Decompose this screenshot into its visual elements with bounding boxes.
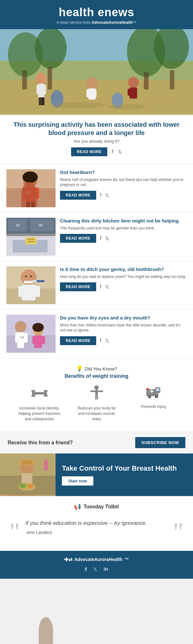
person-exercise-icon [90, 385, 104, 402]
breast-health-content: Take Control of Your Breast Health Start… [56, 454, 193, 496]
dyk-header: 💡 Did You Know? [6, 365, 187, 372]
svg-point-39 [25, 190, 31, 195]
subscribe-text: Receive this from a friend? [8, 440, 73, 446]
heartburn-svg [6, 169, 56, 207]
article-actions-toothbrush: READ MORE f 𝕏 [60, 282, 187, 291]
svg-rect-10 [170, 70, 174, 89]
svg-rect-86 [97, 396, 98, 400]
toothbrush-facebook-icon[interactable]: f [100, 284, 101, 290]
dyk-item-2: Prevents injury [131, 385, 176, 422]
article-actions-kitchen: READ MORE f 𝕏 [60, 234, 187, 243]
did-you-know-section: 💡 Did You Know? Benefits of weight train… [0, 358, 193, 432]
svg-point-95 [156, 396, 157, 397]
dyk-subtitle: Benefits of weight training [6, 373, 187, 379]
breast-health-start-button[interactable]: Start now [62, 476, 93, 486]
article-actions-dryeyes: READ MORE f 𝕏 [60, 336, 187, 345]
footer-logo: ✚⇄ AdvocateAuroraHealth™ [6, 557, 187, 563]
article-row: Cleaning this dirty kitchen item might n… [0, 213, 193, 261]
svg-rect-21 [92, 89, 96, 97]
svg-rect-96 [146, 388, 149, 390]
header-title: health enews [6, 6, 187, 19]
svg-point-55 [25, 275, 27, 277]
article-desc-toothbrush: How long do you wait to replace yours? Y… [60, 274, 187, 280]
svg-rect-60 [22, 285, 36, 300]
svg-rect-37 [26, 202, 30, 207]
toothbrush-svg [6, 266, 56, 304]
article-content-kitchen: Cleaning this dirty kitchen item might n… [60, 218, 187, 243]
kitchen-facebook-icon[interactable]: f [100, 235, 101, 241]
svg-rect-89 [156, 388, 159, 391]
breast-health-image [0, 454, 56, 496]
svg-point-29 [108, 104, 146, 109]
svg-rect-77 [35, 392, 44, 395]
footer-brand-name: AdvocateAuroraHealth [74, 557, 123, 562]
article-content-heartburn: Got heartburn? Nearly half of pregnant w… [60, 169, 187, 200]
article-thumbnail-kitchen [6, 218, 56, 256]
footer-twitter-icon[interactable]: 𝕏 [93, 566, 97, 573]
toothbrush-twitter-icon[interactable]: 𝕏 [105, 284, 109, 290]
svg-rect-68 [24, 333, 28, 343]
dyk-text-1: Reduces your body fat and increases musc… [74, 406, 119, 422]
breast-health-banner: Take Control of Your Breast Health Start… [0, 454, 193, 496]
svg-rect-45 [39, 224, 43, 227]
footer-facebook-icon[interactable]: f [85, 566, 87, 573]
heartburn-twitter-icon[interactable]: 𝕏 [105, 192, 109, 198]
email-wrapper: health enews A news service from Advocat… [0, 0, 193, 579]
svg-point-81 [94, 385, 99, 390]
twitter-icon[interactable]: 𝕏 [118, 149, 122, 155]
quote-open-icon: " [10, 525, 20, 538]
article-actions-heartburn: READ MORE f 𝕏 [60, 191, 187, 200]
svg-rect-34 [25, 187, 35, 203]
svg-point-104 [20, 483, 26, 488]
footer-cross-icon: ✚⇄ [64, 557, 72, 563]
hero-text-section: This surprising activity has been associ… [0, 115, 193, 164]
article-thumbnail-dryeyes [6, 315, 56, 353]
svg-rect-71 [32, 336, 36, 344]
article-content-dryeyes: Do you have dry eyes and a dry mouth? Mo… [60, 315, 187, 345]
svg-rect-16 [39, 97, 42, 105]
ambulance-icon [146, 385, 162, 401]
article-thumbnail-toothbrush [6, 266, 56, 304]
article-thumbnail-heartburn [6, 169, 56, 207]
svg-point-22 [128, 77, 139, 88]
article-title-heartburn: Got heartburn? [60, 169, 187, 176]
svg-point-33 [23, 171, 38, 183]
svg-point-93 [149, 396, 150, 397]
dyk-header-label: Did You Know? [85, 366, 117, 371]
heartburn-facebook-icon[interactable]: f [100, 192, 101, 198]
breast-health-title: Take Control of Your Breast Health [62, 464, 187, 473]
hero-read-more-button[interactable]: READ MORE [71, 147, 107, 156]
subscribe-now-button[interactable]: SUBSCRIBE NOW [135, 437, 185, 448]
dryeyes-facebook-icon[interactable]: f [100, 338, 101, 344]
kitchen-twitter-icon[interactable]: 𝕏 [105, 235, 109, 242]
footer-linkedin-icon[interactable]: in [103, 566, 108, 573]
dyk-text-0: Increases bone density, helping prevent … [17, 406, 62, 422]
dyk-text-2: Prevents injury [141, 404, 166, 409]
svg-rect-38 [31, 202, 35, 207]
svg-rect-31 [6, 188, 56, 207]
tidbit-title: Tuesday Tidbit [83, 504, 119, 510]
facebook-icon[interactable]: f [112, 149, 113, 155]
svg-rect-101 [22, 460, 32, 464]
heartburn-read-more-button[interactable]: READ MORE [60, 191, 96, 200]
svg-rect-46 [6, 234, 56, 236]
article-row: Is it time to ditch your germy, old toot… [0, 261, 193, 310]
tuesday-tidbit-section: 📢 Tuesday Tidbit " If you think educatio… [0, 496, 193, 551]
svg-point-56 [30, 275, 32, 277]
article-title-toothbrush: Is it time to ditch your germy, old toot… [60, 266, 187, 273]
toothbrush-read-more-button[interactable]: READ MORE [60, 282, 96, 291]
svg-point-28 [54, 102, 105, 108]
hero-image [0, 29, 193, 115]
svg-rect-75 [31, 390, 35, 392]
dryeyes-twitter-icon[interactable]: 𝕏 [105, 338, 109, 344]
dryeyes-read-more-button[interactable]: READ MORE [60, 336, 96, 345]
dyk-item-1: Reduces your body fat and increases musc… [74, 385, 119, 422]
svg-rect-59 [32, 280, 37, 282]
svg-rect-24 [128, 89, 131, 96]
svg-rect-44 [16, 224, 20, 227]
megaphone-icon: 📢 [74, 503, 81, 510]
svg-rect-91 [151, 390, 152, 393]
footer: ✚⇄ AdvocateAuroraHealth™ f 𝕏 in [0, 551, 193, 579]
kitchen-read-more-button[interactable]: READ MORE [60, 234, 96, 243]
svg-rect-8 [48, 67, 52, 89]
